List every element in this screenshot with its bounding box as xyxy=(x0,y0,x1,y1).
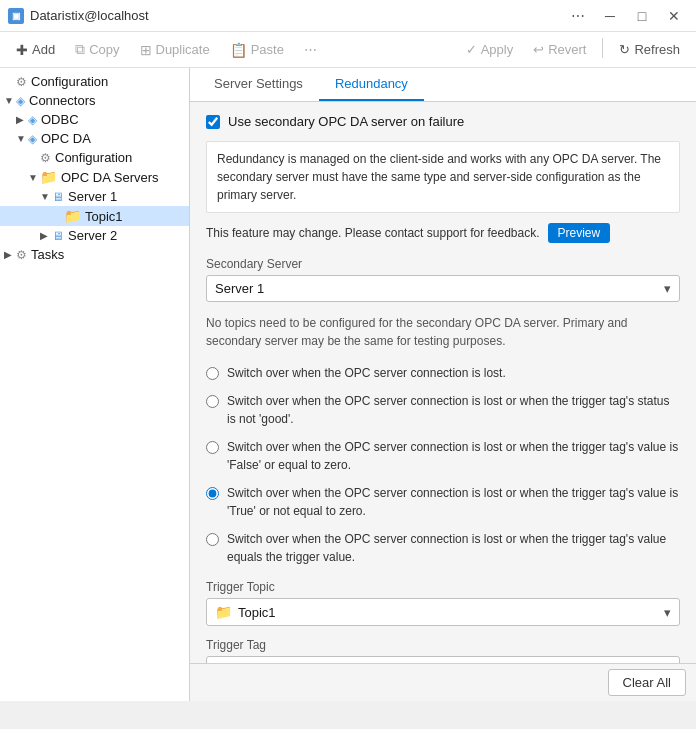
more-btn[interactable]: ⋯ xyxy=(564,6,592,26)
sidebar-item-label: Tasks xyxy=(31,247,64,262)
maximize-btn[interactable]: □ xyxy=(628,6,656,26)
radio-item-5: Switch over when the OPC server connecti… xyxy=(206,530,680,566)
radio-label-2[interactable]: Switch over when the OPC server connecti… xyxy=(227,392,680,428)
tab-bar: Server Settings Redundancy xyxy=(190,68,696,102)
secondary-server-group: Secondary Server Server 1 ▾ xyxy=(206,257,680,302)
tab-redundancy[interactable]: Redundancy xyxy=(319,68,424,101)
server1-icon: 🖥 xyxy=(52,190,64,204)
app-title: Dataristix@localhost xyxy=(30,8,149,23)
feature-notice-text: This feature may change. Please contact … xyxy=(206,226,540,240)
note-text: No topics need to be configured for the … xyxy=(206,314,680,350)
topic-folder-icon: 📁 xyxy=(215,604,232,620)
trigger-topic-value: Topic1 xyxy=(238,605,276,620)
paste-button[interactable]: 📋 Paste xyxy=(222,38,292,62)
radio-3[interactable] xyxy=(206,441,219,454)
server2-icon: 🖥 xyxy=(52,229,64,243)
radio-label-3[interactable]: Switch over when the OPC server connecti… xyxy=(227,438,680,474)
add-button[interactable]: ✚ Add xyxy=(8,38,63,62)
opcda-icon: ◈ xyxy=(28,132,37,146)
main-layout: ⚙ Configuration ▼ ◈ Connectors ▶ ◈ ODBC … xyxy=(0,68,696,701)
title-bar-controls: ⋯ ─ □ ✕ xyxy=(564,6,688,26)
odbc-icon: ◈ xyxy=(28,113,37,127)
duplicate-button[interactable]: ⊞ Duplicate xyxy=(132,38,218,62)
toolbar: ✚ Add ⧉ Copy ⊞ Duplicate 📋 Paste ⋯ ✓ App… xyxy=(0,32,696,68)
sidebar-item-opc-da[interactable]: ▼ ◈ OPC DA xyxy=(0,129,189,148)
expand-arrow: ▼ xyxy=(16,133,28,144)
minimize-btn[interactable]: ─ xyxy=(596,6,624,26)
revert-icon: ↩ xyxy=(533,42,544,57)
title-bar: ▣ Dataristix@localhost ⋯ ─ □ ✕ xyxy=(0,0,696,32)
sidebar-item-opc-da-servers[interactable]: ▼ 📁 OPC DA Servers xyxy=(0,167,189,187)
paste-icon: 📋 xyxy=(230,42,247,58)
tab-server-settings[interactable]: Server Settings xyxy=(198,68,319,101)
info-text: Redundancy is managed on the client-side… xyxy=(206,141,680,213)
sidebar-item-label: Connectors xyxy=(29,93,95,108)
topic1-icon: 📁 xyxy=(64,208,81,224)
expand-arrow: ▶ xyxy=(16,114,28,125)
tasks-icon: ⚙ xyxy=(16,248,27,262)
add-icon: ✚ xyxy=(16,42,28,58)
trigger-topic-label: Trigger Topic xyxy=(206,580,680,594)
bottom-bar: Clear All xyxy=(190,663,696,701)
radio-2[interactable] xyxy=(206,395,219,408)
toolbar-separator xyxy=(602,38,603,58)
clear-all-button[interactable]: Clear All xyxy=(608,669,686,696)
radio-item-1: Switch over when the OPC server connecti… xyxy=(206,364,680,382)
sidebar-item-connectors[interactable]: ▼ ◈ Connectors xyxy=(0,91,189,110)
sidebar-item-tasks[interactable]: ▶ ⚙ Tasks xyxy=(0,245,189,264)
duplicate-icon: ⊞ xyxy=(140,42,152,58)
radio-4[interactable] xyxy=(206,487,219,500)
config-icon: ⚙ xyxy=(16,75,27,89)
trigger-topic-select[interactable]: 📁 Topic1 ▾ xyxy=(206,598,680,626)
trigger-tag-group: Trigger Tag 🏷 NumberValue ▾ xyxy=(206,638,680,663)
radio-5[interactable] xyxy=(206,533,219,546)
use-secondary-row: Use secondary OPC DA server on failure xyxy=(206,114,680,129)
copy-button[interactable]: ⧉ Copy xyxy=(67,37,127,62)
expand-arrow: ▶ xyxy=(40,230,52,241)
revert-button[interactable]: ↩ Revert xyxy=(525,38,594,61)
use-secondary-checkbox[interactable] xyxy=(206,115,220,129)
sidebar-item-server1[interactable]: ▼ 🖥 Server 1 xyxy=(0,187,189,206)
secondary-server-select[interactable]: Server 1 ▾ xyxy=(206,275,680,302)
copy-icon: ⧉ xyxy=(75,41,85,58)
sidebar-item-opc-da-config[interactable]: ⚙ Configuration xyxy=(0,148,189,167)
sidebar-item-label: Configuration xyxy=(55,150,132,165)
close-btn[interactable]: ✕ xyxy=(660,6,688,26)
trigger-topic-group: Trigger Topic 📁 Topic1 ▾ xyxy=(206,580,680,626)
radio-label-5[interactable]: Switch over when the OPC server connecti… xyxy=(227,530,680,566)
radio-label-1[interactable]: Switch over when the OPC server connecti… xyxy=(227,364,506,382)
sidebar-item-topic1[interactable]: 📁 Topic1 xyxy=(0,206,189,226)
trigger-tag-label: Trigger Tag xyxy=(206,638,680,652)
radio-1[interactable] xyxy=(206,367,219,380)
sidebar-item-server2[interactable]: ▶ 🖥 Server 2 xyxy=(0,226,189,245)
app-icon: ▣ xyxy=(8,8,24,24)
use-secondary-label[interactable]: Use secondary OPC DA server on failure xyxy=(228,114,464,129)
refresh-icon: ↻ xyxy=(619,42,630,57)
servers-folder-icon: 📁 xyxy=(40,169,57,185)
redundancy-panel: Use secondary OPC DA server on failure R… xyxy=(190,102,696,663)
sidebar-item-label: Topic1 xyxy=(85,209,123,224)
sidebar: ⚙ Configuration ▼ ◈ Connectors ▶ ◈ ODBC … xyxy=(0,68,190,701)
secondary-server-value: Server 1 xyxy=(215,281,264,296)
sidebar-item-label: Configuration xyxy=(31,74,108,89)
sidebar-item-label: OPC DA xyxy=(41,131,91,146)
sidebar-item-odbc[interactable]: ▶ ◈ ODBC xyxy=(0,110,189,129)
sidebar-item-label: ODBC xyxy=(41,112,79,127)
radio-label-4[interactable]: Switch over when the OPC server connecti… xyxy=(227,484,680,520)
apply-button[interactable]: ✓ Apply xyxy=(458,38,522,61)
preview-button[interactable]: Preview xyxy=(548,223,611,243)
apply-icon: ✓ xyxy=(466,42,477,57)
chevron-down-icon: ▾ xyxy=(664,605,671,620)
expand-arrow: ▼ xyxy=(28,172,40,183)
more-options-button[interactable]: ⋯ xyxy=(296,38,325,61)
content-area: Server Settings Redundancy Use secondary… xyxy=(190,68,696,701)
sidebar-item-label: Server 1 xyxy=(68,189,117,204)
expand-arrow: ▼ xyxy=(4,95,16,106)
radio-item-4: Switch over when the OPC server connecti… xyxy=(206,484,680,520)
sidebar-item-configuration[interactable]: ⚙ Configuration xyxy=(0,72,189,91)
connectors-icon: ◈ xyxy=(16,94,25,108)
radio-item-3: Switch over when the OPC server connecti… xyxy=(206,438,680,474)
trigger-tag-select[interactable]: 🏷 NumberValue ▾ xyxy=(206,656,680,663)
refresh-button[interactable]: ↻ Refresh xyxy=(611,38,688,61)
feature-notice: This feature may change. Please contact … xyxy=(206,223,680,243)
